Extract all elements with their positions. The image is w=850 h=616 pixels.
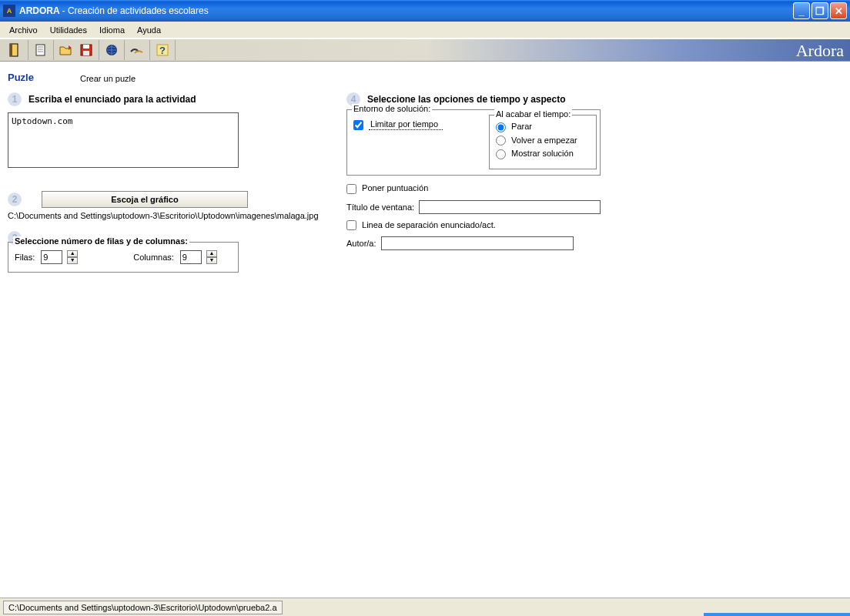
- step-1-number: 1: [8, 92, 22, 106]
- time-end-legend: Al acabar el tiempo:: [494, 109, 572, 119]
- filas-up-icon[interactable]: ▲: [67, 250, 78, 257]
- step-1-title: Escriba el enunciado para la actividad: [28, 94, 196, 105]
- score-label: Poner puntuación: [362, 183, 428, 192]
- window-title: ARDORA - Creación de actividades escolar…: [19, 5, 209, 16]
- solution-legend: Entorno de solución:: [352, 104, 432, 113]
- separator-checkbox[interactable]: [346, 220, 356, 230]
- radio-volver[interactable]: [496, 136, 506, 146]
- activity-description: Crear un puzle: [80, 74, 136, 83]
- help-icon[interactable]: ?: [153, 41, 172, 59]
- title-bar: A ARDORA - Creación de actividades escol…: [0, 0, 850, 22]
- radio-parar[interactable]: [496, 122, 506, 132]
- window-title-label: Título de ventana:: [346, 203, 414, 212]
- save-icon[interactable]: [77, 41, 95, 59]
- step-2-number: 2: [8, 192, 22, 206]
- columnas-spinner[interactable]: ▲ ▼: [206, 250, 217, 264]
- step-1: 1 Escriba el enunciado para la actividad: [8, 92, 339, 169]
- columnas-input[interactable]: [180, 250, 202, 264]
- svg-rect-1: [10, 44, 12, 56]
- radio-mostrar[interactable]: [496, 149, 506, 159]
- radio-mostrar-label: Mostrar solución: [511, 149, 574, 158]
- statement-input[interactable]: [8, 112, 239, 168]
- svg-text:?: ?: [159, 45, 166, 56]
- menu-idioma[interactable]: Idioma: [93, 24, 131, 36]
- limit-time-checkbox[interactable]: [353, 120, 363, 130]
- status-path: C:\Documents and Settings\uptodown-3\Esc…: [3, 601, 283, 614]
- separator-label: Linea de separación enunciado/act.: [362, 220, 496, 229]
- app-name: ARDORA: [19, 5, 59, 16]
- rows-cols-legend: Seleccione número de filas y de columnas…: [13, 236, 189, 246]
- solution-fieldset: Entorno de solución: Limitar por tiempo …: [346, 109, 601, 176]
- content-header: Puzle Crear un puzle: [0, 62, 850, 85]
- columnas-up-icon[interactable]: ▲: [206, 250, 217, 257]
- preview-icon[interactable]: [128, 41, 146, 59]
- activity-name: Puzle: [8, 72, 34, 83]
- author-label: Autor/a:: [346, 239, 376, 248]
- close-button[interactable]: ✕: [830, 2, 847, 19]
- radio-parar-label: Parar: [511, 122, 532, 131]
- step-4-title: Seleccione las opciones de tiempo y aspe…: [367, 94, 565, 105]
- rows-cols-fieldset: Seleccione número de filas y de columnas…: [8, 242, 239, 273]
- globe-icon[interactable]: [102, 41, 121, 59]
- minimize-button[interactable]: _: [793, 2, 810, 19]
- svg-rect-7: [83, 45, 89, 49]
- svg-rect-8: [83, 51, 89, 55]
- brand-logo: Ardora: [796, 39, 844, 62]
- open-icon[interactable]: [57, 41, 75, 59]
- svg-rect-2: [36, 45, 45, 55]
- taskbar-hint: [704, 613, 850, 616]
- columnas-down-icon[interactable]: ▼: [206, 257, 217, 264]
- exit-icon[interactable]: [6, 41, 25, 59]
- new-doc-icon[interactable]: [32, 41, 50, 59]
- choose-graphic-button[interactable]: Escoja el gráfico: [42, 191, 248, 208]
- score-checkbox[interactable]: [346, 184, 356, 194]
- radio-volver-label: Volver a empezar: [511, 136, 577, 145]
- filas-input[interactable]: [41, 250, 62, 264]
- menu-bar: Archivo Utilidades Idioma Ayuda: [0, 22, 850, 38]
- window-subtitle: - Creación de actividades escolares: [62, 5, 209, 16]
- author-input[interactable]: [381, 236, 574, 250]
- work-area: 1 Escriba el enunciado para la actividad…: [0, 85, 850, 616]
- columnas-label: Columnas:: [133, 253, 174, 262]
- filas-spinner[interactable]: ▲ ▼: [67, 250, 78, 264]
- maximize-button[interactable]: ❐: [812, 2, 828, 19]
- graphic-path: C:\Documents and Settings\uptodown-3\Esc…: [8, 211, 339, 220]
- filas-down-icon[interactable]: ▼: [67, 257, 78, 264]
- time-end-fieldset: Al acabar el tiempo: Parar Volver a empe…: [489, 115, 597, 169]
- window-title-input[interactable]: [419, 200, 601, 214]
- step-2: 2 Escoja el gráfico: [8, 191, 339, 208]
- menu-archivo[interactable]: Archivo: [3, 24, 44, 36]
- toolbar: ? Ardora: [0, 38, 850, 62]
- limit-time-label: Limitar por tiempo: [369, 119, 443, 130]
- menu-utilidades[interactable]: Utilidades: [44, 24, 93, 36]
- menu-ayuda[interactable]: Ayuda: [131, 24, 167, 36]
- filas-label: Filas:: [15, 253, 35, 262]
- app-icon: A: [3, 5, 15, 17]
